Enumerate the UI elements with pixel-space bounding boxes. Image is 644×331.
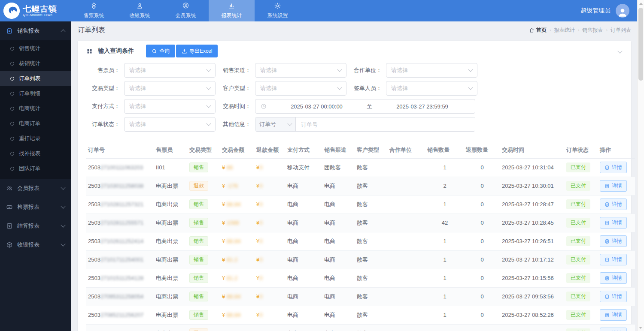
order-status-select[interactable]: 请选择	[124, 117, 216, 132]
cell-seller: 电商出票	[154, 195, 188, 214]
detail-button[interactable]: 详情	[600, 291, 627, 302]
order-visible: 2503	[88, 183, 100, 189]
bullet-icon	[10, 77, 14, 81]
main-content: 订单列表 首页 › 报表统计 › 销售报表 › 订单列表 输入查询条件 查询	[71, 21, 644, 331]
sidebar-item-团队订单[interactable]: 团队订单	[0, 161, 71, 176]
detail-button[interactable]: 详情	[600, 272, 627, 284]
detail-label: 详情	[612, 274, 622, 282]
sidebar-item-核销统计[interactable]: 核销统计	[0, 56, 71, 71]
filter-label: 支付方式：	[86, 102, 124, 110]
other-info-type-select[interactable]: 订单号	[255, 117, 296, 131]
detail-button[interactable]: 详情	[600, 162, 627, 173]
top-menu-item[interactable]: 报表统计	[209, 0, 255, 21]
avatar[interactable]	[616, 4, 629, 18]
ticket-seller-select[interactable]: 请选择	[124, 63, 216, 78]
detail-button[interactable]: 详情	[600, 180, 627, 192]
order-masked: 27085211256207	[100, 312, 143, 318]
cell-order-number: 250327102811255571	[86, 214, 154, 232]
cell-pay-method: 电商	[286, 177, 322, 195]
detail-button[interactable]: 详情	[600, 309, 627, 321]
sales-channel-select[interactable]: 请选择	[255, 63, 346, 78]
detail-button[interactable]: 详情	[600, 217, 627, 229]
column-header-订单号: 订单号	[86, 142, 154, 158]
orders-table: 订单号售票员交易类型交易金额退款金额支付方式销售渠道客户类型合作单位销售数量退票…	[86, 142, 635, 331]
cell-refund-qty: 0	[464, 269, 500, 287]
top-menu-item[interactable]: 售票系统	[71, 0, 117, 21]
scrollbar-thumb[interactable]	[638, 8, 643, 81]
sidebar-section-label: 检票报表	[17, 203, 39, 211]
top-menu-item[interactable]: 系统设置	[255, 0, 301, 21]
topbar-user[interactable]: 超级管理员	[580, 0, 644, 21]
signer-select[interactable]: 请选择	[386, 81, 477, 96]
breadcrumb-item[interactable]: 销售报表	[582, 27, 603, 34]
cell-trade-time: 2025-03-27 10:26:51	[500, 232, 565, 250]
top-menu-label: 系统设置	[267, 12, 288, 19]
breadcrumb-item[interactable]: 报表统计	[554, 27, 575, 34]
cell-partner	[388, 158, 425, 177]
detail-label: 详情	[612, 182, 622, 190]
trade-time-start[interactable]: 2025-03-27 00:00:00	[269, 103, 364, 110]
sidebar-section-销售报表[interactable]: 销售报表	[0, 21, 71, 40]
detail-button[interactable]: 详情	[600, 254, 627, 265]
trade-type-tag: 销售	[189, 218, 208, 227]
top-menu-item[interactable]: 会员系统	[163, 0, 209, 21]
pay-method-select[interactable]: 请选择	[124, 99, 216, 114]
cell-seller: 电商出票	[154, 177, 188, 195]
column-header-合作单位: 合作单位	[388, 142, 425, 158]
sidebar-section-会员报表[interactable]: 会员报表	[0, 179, 71, 198]
cell-order-number: 250327085211256207	[86, 306, 154, 324]
trade-time-end[interactable]: 2025-03-27 23:59:59	[375, 103, 470, 110]
sidebar-section-label: 会员报表	[17, 184, 39, 192]
column-header-销售数量: 销售数量	[425, 142, 464, 158]
top-menu-item[interactable]: 收银系统	[117, 0, 163, 21]
cell-refund-amount: ¥0	[255, 232, 286, 250]
detail-button[interactable]: 详情	[600, 199, 627, 210]
scroll-up-button[interactable]	[638, 0, 644, 7]
cell-order-number: 250327102811257321	[86, 195, 154, 214]
sidebar-item-电商订单[interactable]: 电商订单	[0, 116, 71, 131]
sidebar-section: 销售报表销售统计核销统计订单列表订单明细电商统计电商订单重打记录找补报表团队订单	[0, 21, 71, 179]
sidebar-item-电商统计[interactable]: 电商统计	[0, 101, 71, 116]
sidebar-section-收银报表[interactable]: 收银报表	[0, 235, 71, 254]
filter-signer: 签单人员： 请选择	[348, 81, 479, 96]
sidebar-item-重打记录[interactable]: 重打记录	[0, 131, 71, 146]
order-number-input[interactable]	[296, 117, 475, 131]
cell-partner	[388, 269, 425, 287]
sidebar-item-label: 重打记录	[19, 135, 40, 142]
refund-value: 0	[259, 220, 262, 226]
chevron-down-icon	[61, 185, 65, 190]
sidebar-item-订单列表[interactable]: 订单列表	[0, 71, 71, 86]
search-button[interactable]: 查询	[146, 45, 175, 57]
detail-button[interactable]: 详情	[600, 235, 627, 247]
breadcrumb-home[interactable]: 首页	[529, 27, 547, 34]
cell-refund-amount: ¥0	[255, 324, 286, 331]
sidebar-item-订单明细[interactable]: 订单明细	[0, 86, 71, 101]
filter-label: 合作单位：	[348, 66, 386, 74]
trade-time-range-picker[interactable]: 2025-03-27 00:00:00 至 2025-03-27 23:59:5…	[255, 99, 475, 114]
vertical-scrollbar[interactable]	[637, 0, 644, 331]
table-row: 250327102611252414电商出票销售¥ 88.84¥0电商电商散客1…	[86, 232, 635, 250]
grid-icon	[86, 48, 93, 54]
cell-action: 详情	[598, 287, 635, 306]
cell-refund-qty: 0	[464, 195, 500, 214]
export-excel-button[interactable]: 导出Excel	[176, 45, 218, 57]
detail-button[interactable]: 详情	[600, 328, 627, 331]
panel-collapse-icon[interactable]	[617, 48, 622, 53]
trade-type-select[interactable]: 请选择	[124, 81, 216, 96]
sidebar-section-检票报表[interactable]: 检票报表	[0, 198, 71, 217]
cell-sale-qty: 1	[425, 269, 464, 287]
order-visible: 2503	[88, 164, 100, 171]
sidebar-section-结算报表[interactable]: 结算报表	[0, 217, 71, 235]
filter-label: 订单状态：	[86, 120, 124, 128]
cell-sale-qty: 1	[425, 158, 464, 177]
column-header-退款金额: 退款金额	[255, 142, 286, 158]
sidebar-item-销售统计[interactable]: 销售统计	[0, 41, 71, 56]
currency-symbol: ¥	[222, 293, 227, 300]
brand-logo-icon	[3, 3, 20, 19]
filter-other-info: 其他信息： 订单号	[217, 117, 475, 132]
partner-select[interactable]: 请选择	[386, 63, 477, 78]
document-icon	[605, 220, 610, 226]
sidebar-item-找补报表[interactable]: 找补报表	[0, 146, 71, 161]
customer-type-select[interactable]: 请选择	[255, 81, 346, 96]
cell-action: 详情	[598, 269, 635, 287]
